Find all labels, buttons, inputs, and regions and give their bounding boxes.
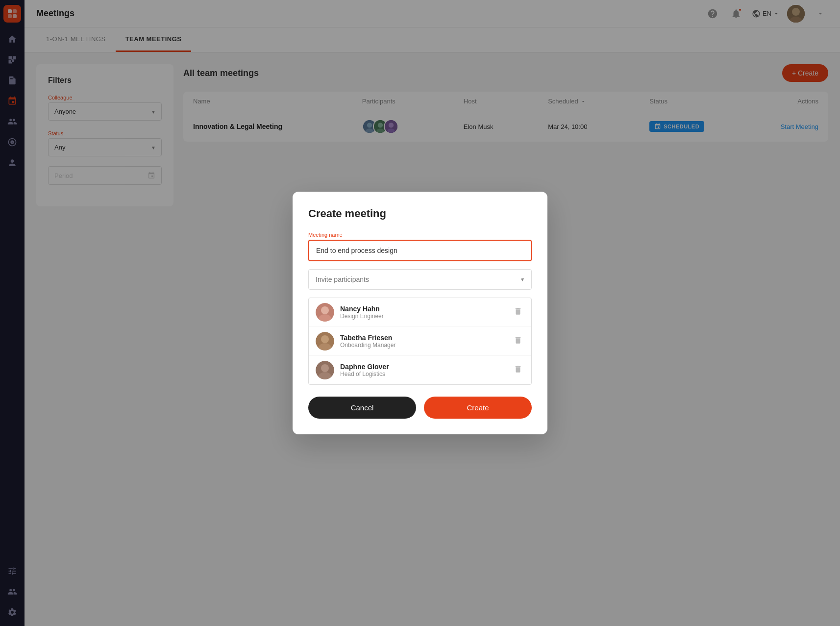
delete-participant-tabetha[interactable] <box>512 334 524 349</box>
delete-participant-daphne[interactable] <box>512 363 524 377</box>
modal-create-button[interactable]: Create <box>424 397 532 419</box>
cancel-button[interactable]: Cancel <box>308 397 416 419</box>
participant-info-tabetha: Tabetha Friesen Onboarding Manager <box>340 334 506 349</box>
participant-info-daphne: Daphne Glover Head of Logistics <box>340 363 506 377</box>
svg-point-20 <box>321 335 329 343</box>
modal-overlay[interactable]: Create meeting Meeting name Nancy Hahn D… <box>0 0 840 626</box>
participants-list: Nancy Hahn Design Engineer Tabetha Fries… <box>308 298 532 385</box>
meeting-name-label: Meeting name <box>308 232 532 238</box>
participant-name-tabetha: Tabetha Friesen <box>340 334 506 342</box>
modal-title: Create meeting <box>308 207 532 220</box>
meeting-name-field: Meeting name <box>308 232 532 261</box>
participant-role-nancy: Design Engineer <box>340 313 506 320</box>
invite-participants-input[interactable] <box>308 269 532 290</box>
participant-info-nancy: Nancy Hahn Design Engineer <box>340 305 506 320</box>
modal-footer: Cancel Create <box>308 397 532 419</box>
delete-participant-nancy[interactable] <box>512 305 524 320</box>
meeting-name-input[interactable] <box>308 240 532 261</box>
svg-point-23 <box>321 364 329 372</box>
participant-item-tabetha: Tabetha Friesen Onboarding Manager <box>309 327 531 356</box>
participant-role-daphne: Head of Logistics <box>340 371 506 377</box>
create-meeting-modal: Create meeting Meeting name Nancy Hahn D… <box>293 192 547 434</box>
participant-item-daphne: Daphne Glover Head of Logistics <box>309 356 531 384</box>
participant-item-nancy: Nancy Hahn Design Engineer <box>309 298 531 327</box>
invite-participants-field <box>308 269 532 290</box>
svg-point-17 <box>321 306 329 314</box>
participant-name-nancy: Nancy Hahn <box>340 305 506 313</box>
participant-avatar-daphne <box>316 361 334 379</box>
participant-name-daphne: Daphne Glover <box>340 363 506 371</box>
participant-role-tabetha: Onboarding Manager <box>340 342 506 349</box>
participant-avatar-nancy <box>316 303 334 322</box>
participant-avatar-tabetha <box>316 332 334 351</box>
